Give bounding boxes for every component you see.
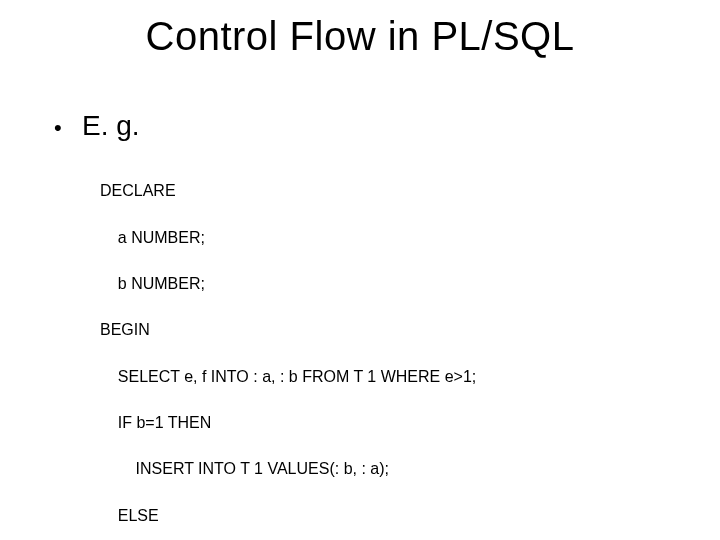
- code-block: DECLARE a NUMBER; b NUMBER; BEGIN SELECT…: [100, 156, 666, 540]
- bullet-label: E. g.: [82, 110, 140, 142]
- code-line: BEGIN: [100, 318, 666, 341]
- code-line: IF b=1 THEN: [100, 411, 666, 434]
- code-line: SELECT e, f INTO : a, : b FROM T 1 WHERE…: [100, 365, 666, 388]
- code-line: a NUMBER;: [100, 226, 666, 249]
- slide-body: • E. g. DECLARE a NUMBER; b NUMBER; BEGI…: [54, 110, 666, 540]
- slide-title: Control Flow in PL/SQL: [0, 14, 720, 59]
- code-line: DECLARE: [100, 179, 666, 202]
- code-line: ELSE: [100, 504, 666, 527]
- code-line: INSERT INTO T 1 VALUES(: b, : a);: [100, 457, 666, 480]
- slide: Control Flow in PL/SQL • E. g. DECLARE a…: [0, 0, 720, 540]
- code-line: b NUMBER;: [100, 272, 666, 295]
- bullet-marker: •: [54, 114, 82, 142]
- bullet-item: • E. g.: [54, 110, 666, 142]
